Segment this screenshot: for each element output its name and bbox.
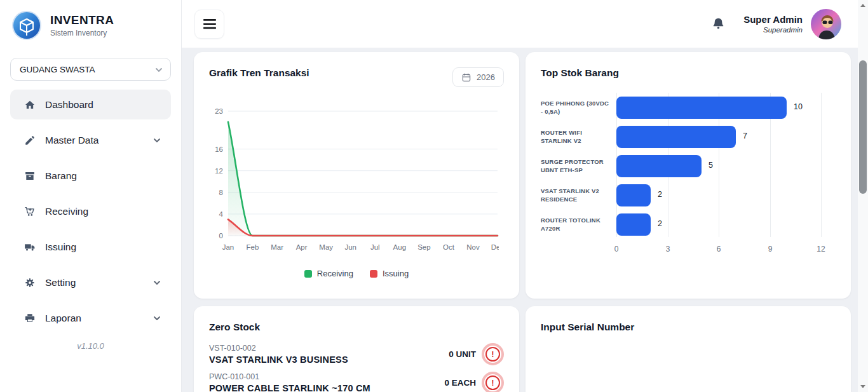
bar[interactable] [616, 184, 651, 206]
bar-plot: 2 [616, 184, 836, 206]
app-title: INVENTRA [50, 13, 114, 27]
trend-chart-legend: ReceivingIssuing [209, 269, 504, 278]
user-block: Super Admin Superadmin [743, 14, 803, 34]
sidebar-item-label: Laporan [45, 313, 152, 324]
sidebar-item-label: Master Data [45, 135, 152, 146]
warehouse-select-value: GUDANG SWASTA [20, 65, 95, 74]
svg-text:Mar: Mar [271, 243, 283, 251]
alert-circle-icon: ! [482, 343, 504, 365]
legend-label: Receiving [317, 269, 353, 278]
bar-row: SURGE PROTECTOR UBNT ETH-SP5 [541, 155, 836, 177]
zero-stock-title: Zero Stock [209, 321, 504, 333]
app-logo-icon [11, 10, 42, 41]
bar-value-label: 2 [658, 219, 662, 228]
svg-text:4: 4 [219, 210, 224, 218]
app-version: v1.10.0 [10, 341, 171, 351]
sidebar-item-issuing[interactable]: Issuing [10, 232, 171, 262]
bar-value-label: 2 [658, 190, 662, 199]
sidebar-item-receiving[interactable]: Receiving [10, 196, 171, 226]
chevron-down-icon [152, 278, 162, 288]
top-header: Super Admin Superadmin [182, 0, 868, 48]
svg-text:Jan: Jan [222, 243, 234, 251]
user-role: Superadmin [743, 26, 803, 34]
home-icon [24, 99, 36, 111]
main-area: Super Admin Superadmin [182, 0, 868, 392]
bar-plot: 2 [616, 213, 836, 236]
brand: INVENTRA Sistem Inventory [10, 10, 171, 50]
legend-swatch [304, 270, 312, 278]
gear-icon [24, 277, 36, 288]
box-icon [24, 170, 36, 182]
legend-item-receiving[interactable]: Receiving [304, 269, 353, 278]
chevron-down-icon [152, 313, 162, 323]
trend-chart-title: Grafik Tren Transaksi [209, 67, 309, 79]
bar[interactable] [616, 155, 702, 177]
svg-text:Dec: Dec [491, 243, 499, 251]
trend-line-chart: 048121623JanFebMarAprMayJunJulAugSepOctN… [209, 105, 499, 261]
zero-stock-list: VST-010-002VSAT STARLINK V3 BUSINESS0 UN… [209, 343, 504, 392]
sidebar-item-master-data[interactable]: Master Data [10, 125, 171, 155]
legend-item-issuing[interactable]: Issuing [370, 269, 409, 278]
hamburger-icon[interactable] [194, 10, 224, 39]
scrollbar-thumb[interactable] [859, 60, 867, 194]
card-serial-input: Input Serial Number [526, 306, 851, 392]
sidebar-item-label: Setting [45, 277, 152, 288]
sidebar-item-barang[interactable]: Barang [10, 161, 171, 191]
svg-text:8: 8 [219, 189, 223, 196]
chevron-down-icon [152, 135, 162, 145]
zero-stock-item: PWC-010-001POWER CABLE STARLINK ~170 CM0… [209, 372, 504, 392]
card-top-stock: Top Stok Barang POE PHIHONG (30VDC - 0,5… [526, 52, 851, 299]
sidebar-item-label: Dashboard [45, 99, 162, 111]
warehouse-select[interactable]: GUDANG SWASTA [10, 58, 171, 81]
bar[interactable] [616, 97, 787, 119]
bar-category-label: VSAT STARLINK V2 RESIDENCE [541, 187, 616, 204]
zero-stock-item-qty: 0 EACH! [444, 372, 504, 392]
bar-category-label: POE PHIHONG (30VDC - 0,5A) [541, 100, 616, 116]
item-name: POWER CABLE STARLINK ~170 CM [209, 383, 370, 392]
year-selector-value: 2026 [477, 72, 495, 82]
bar[interactable] [616, 213, 651, 236]
svg-text:May: May [319, 243, 333, 251]
bar-value-label: 10 [794, 102, 803, 111]
svg-text:Aug: Aug [393, 243, 406, 251]
year-selector[interactable]: 2026 [452, 67, 504, 87]
sidebar: INVENTRA Sistem Inventory GUDANG SWASTA … [0, 0, 182, 392]
top-stock-bar-chart: POE PHIHONG (30VDC - 0,5A)10ROUTER WIFI … [541, 97, 836, 256]
top-stock-title: Top Stok Barang [541, 67, 836, 79]
bar-chart-body: POE PHIHONG (30VDC - 0,5A)10ROUTER WIFI … [541, 97, 836, 236]
scrollbar-down-arrow-icon[interactable] [860, 385, 865, 388]
serial-input-title: Input Serial Number [541, 321, 836, 333]
item-code: VST-010-002 [209, 344, 348, 353]
svg-text:23: 23 [215, 107, 223, 115]
svg-text:Nov: Nov [466, 243, 480, 251]
page-scrollbar[interactable] [858, 0, 868, 392]
scrollbar-up-arrow-icon[interactable] [860, 4, 865, 7]
pencil-icon [24, 135, 36, 146]
sidebar-item-setting[interactable]: Setting [10, 267, 171, 297]
legend-swatch [370, 270, 377, 278]
user-name: Super Admin [743, 14, 803, 25]
sidebar-item-dashboard[interactable]: Dashboard [10, 90, 171, 119]
bar-value-label: 5 [709, 161, 713, 170]
app-subtitle: Sistem Inventory [50, 29, 114, 37]
sidebar-item-laporan[interactable]: Laporan [10, 303, 171, 333]
sidebar-item-label: Issuing [45, 241, 162, 253]
bar-category-label: ROUTER TOTOLINK A720R [541, 217, 616, 233]
svg-text:Feb: Feb [247, 243, 259, 251]
zero-stock-item: VST-010-002VSAT STARLINK V3 BUSINESS0 UN… [209, 343, 504, 365]
avatar[interactable] [811, 9, 841, 39]
svg-text:Jun: Jun [344, 243, 356, 251]
svg-text:0: 0 [219, 232, 223, 240]
zero-stock-item-info: VST-010-002VSAT STARLINK V3 BUSINESS [209, 344, 348, 365]
header-right: Super Admin Superadmin [711, 9, 841, 39]
svg-text:Oct: Oct [443, 243, 455, 251]
sidebar-item-label: Barang [45, 170, 162, 182]
item-code: PWC-010-001 [209, 372, 370, 381]
bar-chart-x-axis: 036912 [616, 245, 836, 256]
brand-text: INVENTRA Sistem Inventory [50, 13, 114, 37]
bar-row: VSAT STARLINK V2 RESIDENCE2 [541, 184, 836, 206]
bar-plot: 5 [616, 155, 836, 177]
bar[interactable] [616, 126, 736, 148]
bell-icon[interactable] [711, 17, 726, 31]
zero-stock-item-info: PWC-010-001POWER CABLE STARLINK ~170 CM [209, 372, 370, 392]
